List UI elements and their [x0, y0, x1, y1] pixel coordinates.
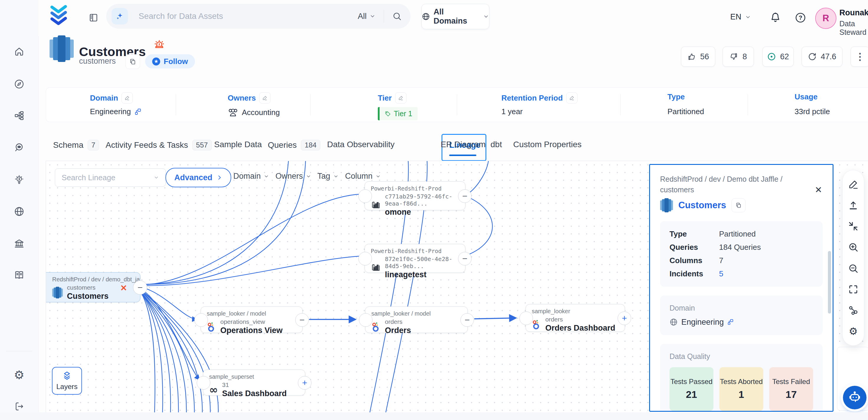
- edit-icon[interactable]: [259, 92, 271, 103]
- tier-badge[interactable]: Tier 1: [378, 107, 417, 120]
- lineage-node-customers[interactable]: RedshiftProd / dev / demo_dbt_jaffle cus…: [46, 272, 141, 302]
- panel-domain-card: Domain Engineering: [660, 296, 823, 335]
- remove-node-icon[interactable]: ✕: [120, 283, 127, 293]
- meta-tier-label[interactable]: Tier: [378, 92, 406, 103]
- meta-owners-value[interactable]: Accounting: [228, 107, 280, 118]
- edit-icon[interactable]: [566, 92, 578, 103]
- notifications-button[interactable]: [769, 11, 782, 24]
- meta-domain-value[interactable]: Engineering: [90, 107, 142, 116]
- tab-dbt[interactable]: dbt: [491, 140, 502, 149]
- lineage-node-omone[interactable]: Powerbi-Redshift-Prod c771ab29-5792-46fc…: [365, 181, 465, 210]
- layers-button[interactable]: Layers: [52, 367, 82, 395]
- collapse-handle[interactable]: −: [458, 189, 472, 203]
- zoom-out-button[interactable]: [847, 263, 859, 274]
- edit-lineage-button[interactable]: [847, 178, 859, 190]
- export-lineage-button[interactable]: [847, 200, 859, 211]
- sidebar-item-lineage[interactable]: [11, 107, 27, 124]
- zoom-in-button[interactable]: [847, 241, 859, 253]
- help-button[interactable]: ?: [795, 12, 806, 24]
- chevron-down-icon: [333, 174, 339, 179]
- meta-domain-label[interactable]: Domain: [90, 92, 133, 103]
- filter-column-dropdown[interactable]: Column: [345, 172, 381, 181]
- tab-queries[interactable]: Queries184: [268, 140, 320, 150]
- upvote-button[interactable]: 56: [681, 47, 715, 67]
- lineage-node-orders[interactable]: sample_looker / model orders Orders −: [365, 306, 468, 333]
- relayout-button[interactable]: [847, 304, 859, 316]
- lineage-node-operations-view[interactable]: sample_looker / model operations_view Op…: [200, 306, 303, 333]
- tab-er-diagram[interactable]: ER Diagram: [441, 140, 486, 149]
- incident-alert-icon[interactable]: [153, 39, 165, 51]
- assistant-chat-button[interactable]: [843, 386, 867, 409]
- sidebar-item-settings[interactable]: ⚙: [11, 367, 27, 383]
- node-handle-left[interactable]: [358, 252, 372, 266]
- tab-data-observability[interactable]: Data Observability: [327, 140, 395, 149]
- filter-owners-dropdown[interactable]: Owners: [276, 172, 311, 181]
- lineage-canvas[interactable]: Search Lineage Advanced Domain Owners Ta…: [46, 161, 868, 413]
- sidebar-item-insights[interactable]: [11, 172, 27, 188]
- panel-domain-value[interactable]: Engineering: [670, 318, 813, 327]
- collapse-handle[interactable]: −: [460, 313, 474, 327]
- collapse-view-button[interactable]: [847, 220, 859, 232]
- follow-button[interactable]: ★ Follow: [145, 54, 195, 68]
- node-handle-left[interactable]: [194, 313, 208, 327]
- global-search-bar[interactable]: Search for Data Assets All: [106, 4, 410, 29]
- node-handle-left[interactable]: [519, 311, 533, 325]
- fit-view-button[interactable]: [847, 283, 859, 295]
- lineage-node-sales-dashboard[interactable]: sample_superset ∞ 31 Sales Dashboard +: [203, 369, 305, 395]
- node-asset-id: c771ab29-5792-46fc-9eaa-f86d...: [385, 193, 459, 207]
- lineage-search-input[interactable]: Search Lineage: [55, 169, 166, 187]
- close-panel-button[interactable]: ✕: [812, 184, 824, 196]
- panel-entity-link[interactable]: Customers: [678, 200, 726, 211]
- filter-tag-dropdown[interactable]: Tag: [317, 172, 339, 181]
- expand-handle[interactable]: +: [618, 311, 631, 325]
- more-actions-button[interactable]: ⋮: [850, 47, 868, 67]
- lineage-node-orders-dashboard[interactable]: sample_looker orders Orders Dashboard +: [526, 304, 625, 332]
- tab-sample-data[interactable]: Sample Data: [214, 140, 262, 149]
- tab-schema[interactable]: Schema7: [53, 140, 99, 150]
- lineage-settings-button[interactable]: ⚙: [847, 325, 859, 337]
- search-scope-dropdown[interactable]: All: [358, 12, 375, 21]
- meta-type-label: Type: [668, 92, 685, 101]
- incidents-link[interactable]: 5: [719, 269, 723, 278]
- sidebar-item-explore[interactable]: [11, 76, 27, 92]
- collapse-handle[interactable]: −: [133, 280, 147, 295]
- tab-activity-feeds[interactable]: Activity Feeds & Tasks557: [105, 140, 212, 150]
- advanced-filter-button[interactable]: Advanced: [165, 168, 231, 187]
- edit-icon[interactable]: [122, 92, 133, 103]
- sidebar-item-govern[interactable]: [11, 235, 27, 252]
- sidebar-item-glossary[interactable]: [11, 267, 27, 283]
- collapse-handle[interactable]: −: [458, 252, 472, 266]
- collapse-handle[interactable]: −: [295, 313, 309, 327]
- sidebar-item-domains[interactable]: [11, 203, 27, 220]
- collapse-sidebar-button[interactable]: [86, 11, 100, 25]
- incidents-button[interactable]: 62: [763, 47, 794, 67]
- user-avatar[interactable]: R: [815, 8, 836, 29]
- meta-retention-label[interactable]: Retention Period: [501, 92, 578, 103]
- node-handle-left[interactable]: [359, 313, 373, 327]
- panel-breadcrumb[interactable]: RedshiftProd / dev / Demo dbt Jaffle / c…: [660, 174, 802, 195]
- copy-link-button[interactable]: [732, 198, 746, 212]
- edit-icon[interactable]: [395, 92, 406, 103]
- language-selector[interactable]: EN: [730, 12, 751, 22]
- expand-handle[interactable]: +: [298, 376, 311, 390]
- panel-scrollbar[interactable]: [828, 251, 831, 313]
- tab-custom-properties[interactable]: Custom Properties: [513, 140, 582, 149]
- copy-fqn-button[interactable]: [125, 54, 140, 69]
- node-service: Powerbi-Redshift-Prod: [365, 182, 465, 192]
- downvote-button[interactable]: 8: [722, 47, 754, 67]
- usage-refresh-button[interactable]: 47.6: [802, 47, 842, 67]
- search-icon[interactable]: [392, 11, 402, 21]
- ai-sparkle-icon[interactable]: [112, 8, 128, 25]
- meta-owners-label[interactable]: Owners: [228, 92, 271, 103]
- domains-selector[interactable]: All Domains: [422, 4, 489, 29]
- meta-tier-value[interactable]: Tier 1: [378, 107, 417, 120]
- node-handle-left[interactable]: [197, 376, 210, 390]
- node-handle-left[interactable]: [358, 189, 372, 203]
- sidebar-item-home[interactable]: [11, 43, 27, 60]
- search-input[interactable]: Search for Data Assets: [138, 11, 358, 21]
- sidebar-item-observability[interactable]: [11, 140, 27, 156]
- filter-domain-dropdown[interactable]: Domain: [233, 172, 269, 181]
- app-logo[interactable]: [50, 5, 68, 27]
- lineage-node-lineagetest[interactable]: Powerbi-Redshift-Prod 872e1f0c-500e-4e28…: [365, 244, 465, 273]
- node-schema: customers: [67, 284, 108, 291]
